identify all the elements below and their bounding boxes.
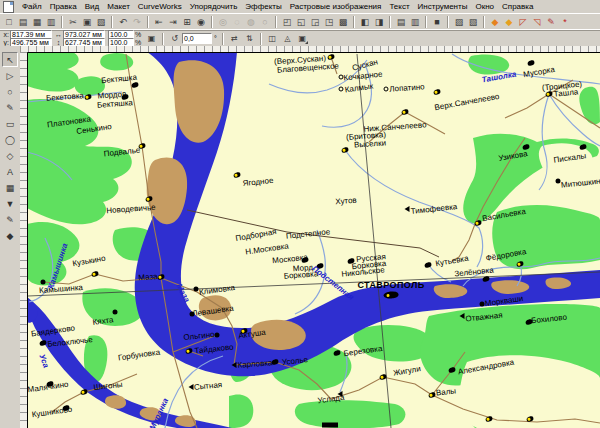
eyedropper-tool-icon[interactable]: ▼ bbox=[2, 196, 18, 211]
break-apart-icon[interactable]: ▧ bbox=[466, 15, 480, 29]
freehand-tool-icon[interactable]: ✎ bbox=[2, 100, 18, 115]
corel-online-icon[interactable]: ◉ bbox=[194, 15, 208, 29]
copy-icon[interactable]: ▣ bbox=[80, 15, 94, 29]
export-icon[interactable]: ⇥ bbox=[166, 15, 180, 29]
snap-to-grid-icon[interactable]: ◰ bbox=[280, 15, 294, 29]
menu-item-макет[interactable]: Макет bbox=[103, 1, 134, 12]
percent-x-label: % bbox=[135, 31, 141, 38]
toolbar-separator bbox=[483, 16, 485, 28]
toolbar-separator bbox=[425, 16, 427, 28]
map-settlement-marker bbox=[339, 87, 344, 92]
snap-to-guidelines-icon[interactable]: ◱ bbox=[294, 15, 308, 29]
corel-draw-window: ФайлПравкаВидМакетCurveWorksУпорядочитьЭ… bbox=[0, 0, 600, 428]
pan-icon[interactable]: ◌ bbox=[230, 15, 244, 29]
more-options-icon[interactable]: ▣ bbox=[296, 32, 309, 45]
height-icon: ↕ bbox=[55, 39, 62, 46]
map-canvas[interactable]: БектяшкаБекетовкаМордов.БектяшкаПлатонов… bbox=[27, 52, 600, 428]
menu-item-растровые изображения[interactable]: Растровые изображения bbox=[286, 1, 386, 12]
toolbar-separator bbox=[147, 16, 149, 28]
trim-icon[interactable]: ◆ bbox=[502, 15, 516, 29]
shape-tool-icon[interactable]: ▷ bbox=[2, 68, 18, 83]
interactive-fill-tool-icon[interactable]: ▦ bbox=[2, 180, 18, 195]
save-icon[interactable]: ▦ bbox=[30, 15, 44, 29]
new-document-icon[interactable]: □ bbox=[2, 15, 16, 29]
mirror-horizontal-icon[interactable]: ⇄ bbox=[228, 32, 241, 45]
menu-item-текст[interactable]: Текст bbox=[385, 1, 413, 12]
width-icon: ↔ bbox=[55, 31, 62, 38]
polygon-tool-icon[interactable]: ◇ bbox=[2, 148, 18, 163]
ungroup-icon[interactable]: ▥ bbox=[408, 15, 422, 29]
menu-item-правка[interactable]: Правка bbox=[46, 1, 81, 12]
x-label: x: bbox=[3, 31, 9, 38]
zoom-levels-icon[interactable]: ◎ bbox=[216, 15, 230, 29]
import-icon[interactable]: ⇤ bbox=[152, 15, 166, 29]
treat-as-filled-icon[interactable]: ▩ bbox=[336, 15, 350, 29]
degree-label: ° bbox=[214, 35, 217, 42]
print-icon[interactable]: ▥ bbox=[44, 15, 58, 29]
menu-item-упорядочить[interactable]: Упорядочить bbox=[186, 1, 242, 12]
map-settlement-marker bbox=[322, 423, 338, 428]
rotate-icon: ↺ bbox=[168, 32, 181, 45]
to-front-icon[interactable]: ◧ bbox=[358, 15, 372, 29]
menu-item-эффекты[interactable]: Эффекты bbox=[241, 1, 285, 12]
simplify-icon[interactable]: ◹ bbox=[530, 15, 544, 29]
intersect-icon[interactable]: ◸ bbox=[516, 15, 530, 29]
toolbar-separator bbox=[61, 16, 63, 28]
rectangle-tool-icon[interactable]: ▭ bbox=[2, 116, 18, 131]
menu-item-справка[interactable]: Справка bbox=[498, 1, 537, 12]
group-icon[interactable]: ▤ bbox=[394, 15, 408, 29]
to-back-icon[interactable]: ◨ bbox=[372, 15, 386, 29]
convert-to-curves-icon[interactable]: ◬ bbox=[281, 32, 294, 45]
menu-item-вид[interactable]: Вид bbox=[81, 1, 103, 12]
toolbar-separator bbox=[389, 16, 391, 28]
redo-icon[interactable]: ↷ bbox=[130, 15, 144, 29]
y-label: y: bbox=[3, 39, 9, 46]
document-icon bbox=[3, 1, 14, 13]
refresh-icon[interactable]: ○ bbox=[258, 15, 272, 29]
menu-item-окно[interactable]: Окно bbox=[471, 1, 498, 12]
toolbar-separator bbox=[211, 16, 213, 28]
contour-pen-icon[interactable]: ✎ bbox=[544, 15, 558, 29]
map-settlement-marker bbox=[41, 280, 46, 285]
toolbar-separator bbox=[111, 16, 113, 28]
fill-color-icon[interactable]: ■ bbox=[430, 15, 444, 29]
map-settlement-marker bbox=[113, 310, 118, 315]
rotation-angle-field[interactable]: 0,0 bbox=[182, 33, 212, 44]
percent-y-label: % bbox=[135, 39, 141, 46]
menu-item-файл[interactable]: Файл bbox=[18, 1, 46, 12]
undo-icon[interactable]: ↶ bbox=[116, 15, 130, 29]
text-tool-icon[interactable]: А bbox=[2, 164, 18, 179]
weld-icon[interactable]: ◆ bbox=[488, 15, 502, 29]
fill-tool-icon[interactable]: ◆ bbox=[2, 228, 18, 243]
menu-items: ФайлПравкаВидМакетCurveWorksУпорядочитьЭ… bbox=[18, 1, 537, 12]
menu-item-curveworks[interactable]: CurveWorks bbox=[134, 1, 186, 12]
outline-tool-icon[interactable]: ✎ bbox=[2, 212, 18, 227]
ellipse-tool-icon[interactable]: ◯ bbox=[2, 132, 18, 147]
pick-tool-icon[interactable]: ↖ bbox=[2, 52, 18, 67]
map-city-label: СТАВРОПОЛЬ bbox=[357, 280, 424, 290]
artistic-media-icon[interactable]: * bbox=[558, 15, 572, 29]
toolbar-separator bbox=[275, 16, 277, 28]
application-launcher-icon[interactable]: ⊞ bbox=[180, 15, 194, 29]
mirror-vertical-icon[interactable]: ⇅ bbox=[243, 32, 256, 45]
menu-item-инструменты[interactable]: Инструменты bbox=[414, 1, 472, 12]
map-town-label: Хутов bbox=[335, 196, 357, 206]
toolbar-separator bbox=[447, 16, 449, 28]
map-settlement-marker bbox=[215, 333, 220, 338]
map-town-label: Маза bbox=[138, 272, 158, 282]
wrap-text-icon[interactable]: ◫ bbox=[266, 32, 279, 45]
open-icon[interactable]: ▤ bbox=[16, 15, 30, 29]
zoom-tool-icon[interactable]: ○ bbox=[2, 84, 18, 99]
combine-icon[interactable]: ▨ bbox=[452, 15, 466, 29]
paste-icon[interactable]: ▧ bbox=[94, 15, 108, 29]
toolbar-separator bbox=[353, 16, 355, 28]
toolbox: ↖▷○✎▭◯◇А▦▼✎◆ bbox=[0, 46, 21, 428]
bounding-box-icon[interactable]: ◳ bbox=[322, 15, 336, 29]
nonproportional-lock-icon[interactable]: ▣ bbox=[145, 32, 158, 45]
snap-to-objects-icon[interactable]: ◲ bbox=[308, 15, 322, 29]
view-manager-icon[interactable]: ◍ bbox=[244, 15, 258, 29]
map-settlement-marker bbox=[460, 313, 465, 319]
cut-icon[interactable]: ✂ bbox=[66, 15, 80, 29]
menu-bar: ФайлПравкаВидМакетCurveWorksУпорядочитьЭ… bbox=[0, 0, 600, 14]
map-settlement-marker bbox=[232, 362, 237, 368]
